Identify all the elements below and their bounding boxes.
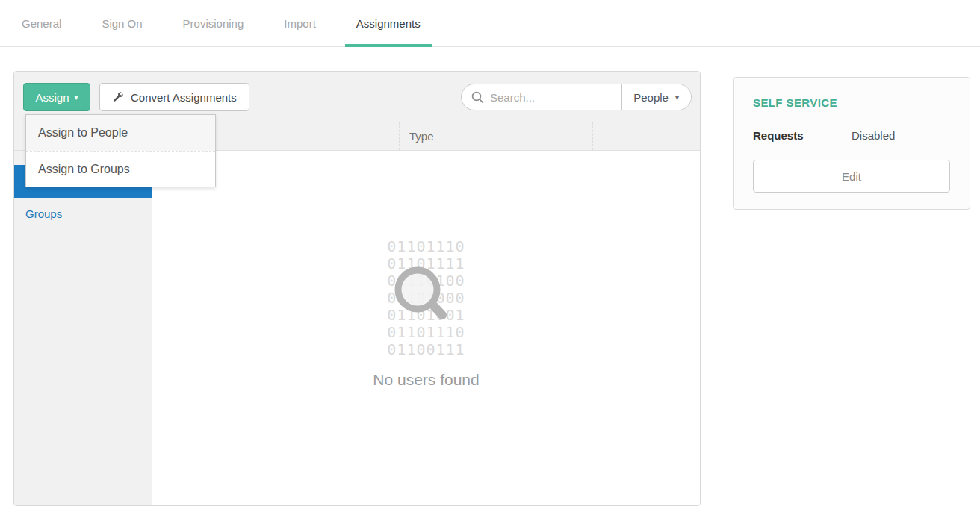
empty-state: 01101110 01101111 01110100 01101000 0110… — [314, 238, 539, 505]
binary-line: 01101110 — [314, 238, 539, 255]
assignment-filter-sidebar: People Groups — [14, 151, 152, 505]
tab-provisioning[interactable]: Provisioning — [172, 0, 255, 46]
chevron-down-icon: ▾ — [675, 93, 679, 102]
search-input[interactable] — [490, 91, 610, 104]
chevron-down-icon: ▾ — [75, 93, 78, 102]
tab-assignments[interactable]: Assignments — [345, 0, 432, 46]
self-service-title: SELF SERVICE — [753, 96, 950, 109]
assign-button-label: Assign — [35, 91, 69, 104]
binary-line: 01100111 — [314, 341, 539, 358]
menu-item-assign-to-people[interactable]: Assign to People — [26, 115, 215, 151]
requests-label: Requests — [753, 129, 852, 142]
convert-assignments-button[interactable]: Convert Assignments — [99, 83, 249, 111]
search-control: People ▾ — [461, 84, 692, 110]
empty-state-message: No users found — [314, 371, 539, 389]
assign-dropdown-menu: Assign to People Assign to Groups — [25, 114, 216, 187]
search-icon — [471, 91, 484, 104]
table-header-actions — [593, 122, 700, 150]
app-tab-bar: General Sign On Provisioning Import Assi… — [0, 0, 980, 47]
sidebar-item-groups[interactable]: Groups — [14, 198, 152, 231]
table-header-type: Type — [400, 122, 593, 150]
self-service-panel: SELF SERVICE Requests Disabled Edit — [733, 77, 970, 210]
tab-sign-on[interactable]: Sign On — [90, 0, 153, 46]
search-scope-dropdown[interactable]: People ▾ — [621, 84, 691, 110]
edit-button[interactable]: Edit — [753, 160, 950, 193]
tab-import[interactable]: Import — [273, 0, 327, 46]
search-segment — [462, 84, 621, 110]
requests-status: Disabled — [852, 129, 895, 142]
assign-button[interactable]: Assign ▾ — [23, 83, 90, 111]
wrench-icon — [112, 91, 124, 103]
assignments-content: 01101110 01101111 01110100 01101000 0110… — [152, 151, 700, 505]
tab-general[interactable]: General — [10, 0, 72, 46]
assignments-panel: Assign ▾ Convert Assignments People ▾ — [13, 71, 701, 506]
table-body: People Groups 01101110 01101111 01110100… — [14, 151, 700, 505]
requests-row: Requests Disabled — [753, 129, 950, 142]
search-scope-label: People — [633, 91, 669, 104]
magnifier-icon — [386, 260, 455, 328]
convert-assignments-label: Convert Assignments — [131, 91, 237, 104]
menu-item-assign-to-groups[interactable]: Assign to Groups — [26, 151, 215, 187]
